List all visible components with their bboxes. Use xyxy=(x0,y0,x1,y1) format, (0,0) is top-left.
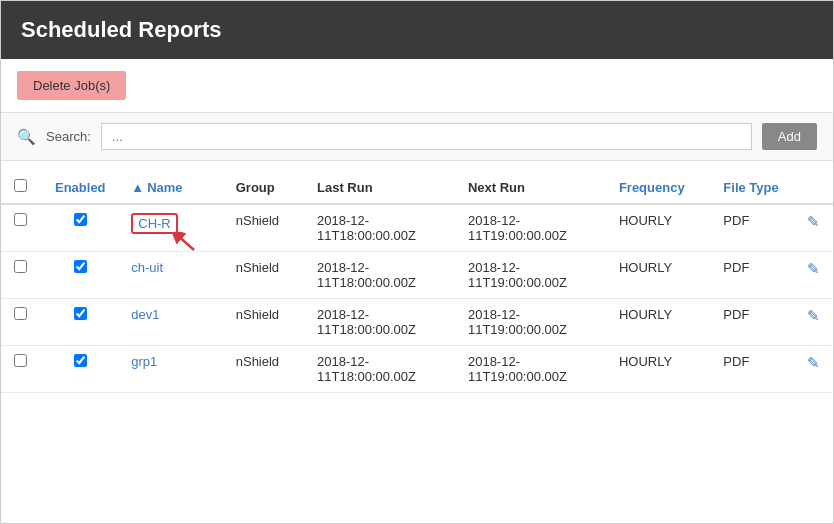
row-edit[interactable]: ✎ xyxy=(795,346,833,393)
row-group: nShield xyxy=(226,299,307,346)
enabled-checkbox[interactable] xyxy=(74,213,87,226)
table-header-row: Enabled ▲Name Group Last Run Next Run Fr… xyxy=(1,171,833,204)
enabled-checkbox[interactable] xyxy=(74,307,87,320)
row-enabled xyxy=(39,204,121,252)
table-container: Enabled ▲Name Group Last Run Next Run Fr… xyxy=(1,161,833,393)
edit-icon[interactable]: ✎ xyxy=(807,354,820,371)
row-file-type: PDF xyxy=(713,252,794,299)
row-frequency: HOURLY xyxy=(609,346,713,393)
edit-icon[interactable]: ✎ xyxy=(807,213,820,230)
row-next-run: 2018-12-11T19:00:00.00Z xyxy=(458,346,609,393)
header-next-run: Next Run xyxy=(458,171,609,204)
table-row: CH-RnShield2018-12-11T18:00:00.00Z2018-1… xyxy=(1,204,833,252)
table-body: CH-RnShield2018-12-11T18:00:00.00Z2018-1… xyxy=(1,204,833,393)
highlight-arrow-icon xyxy=(172,232,196,252)
row-file-type: PDF xyxy=(713,346,794,393)
row-group: nShield xyxy=(226,204,307,252)
table-row: ch-uitnShield2018-12-11T18:00:00.00Z2018… xyxy=(1,252,833,299)
row-frequency: HOURLY xyxy=(609,252,713,299)
edit-icon[interactable]: ✎ xyxy=(807,307,820,324)
header-checkbox-col xyxy=(1,171,39,204)
row-edit[interactable]: ✎ xyxy=(795,299,833,346)
row-last-run: 2018-12-11T18:00:00.00Z xyxy=(307,346,458,393)
header-last-run: Last Run xyxy=(307,171,458,204)
row-group: nShield xyxy=(226,252,307,299)
search-label: Search: xyxy=(46,129,91,144)
row-name: CH-R xyxy=(121,204,225,252)
enabled-checkbox[interactable] xyxy=(74,354,87,367)
row-name: grp1 xyxy=(121,346,225,393)
name-link[interactable]: grp1 xyxy=(131,354,157,369)
svg-line-0 xyxy=(176,234,194,250)
row-frequency: HOURLY xyxy=(609,204,713,252)
add-button[interactable]: Add xyxy=(762,123,817,150)
row-next-run: 2018-12-11T19:00:00.00Z xyxy=(458,204,609,252)
header: Scheduled Reports xyxy=(1,1,833,59)
row-enabled xyxy=(39,346,121,393)
search-input[interactable] xyxy=(101,123,752,150)
row-edit[interactable]: ✎ xyxy=(795,252,833,299)
table-row: dev1nShield2018-12-11T18:00:00.00Z2018-1… xyxy=(1,299,833,346)
header-name[interactable]: ▲Name xyxy=(121,171,225,204)
page-title: Scheduled Reports xyxy=(21,17,221,42)
row-enabled xyxy=(39,252,121,299)
header-enabled: Enabled xyxy=(39,171,121,204)
row-name: ch-uit xyxy=(121,252,225,299)
row-next-run: 2018-12-11T19:00:00.00Z xyxy=(458,252,609,299)
row-checkbox[interactable] xyxy=(14,213,27,226)
row-enabled xyxy=(39,299,121,346)
row-checkbox[interactable] xyxy=(14,307,27,320)
row-last-run: 2018-12-11T18:00:00.00Z xyxy=(307,299,458,346)
select-all-checkbox[interactable] xyxy=(14,179,27,192)
page-wrapper: Scheduled Reports Delete Job(s) 🔍 Search… xyxy=(0,0,834,524)
reports-table: Enabled ▲Name Group Last Run Next Run Fr… xyxy=(1,171,833,393)
edit-icon[interactable]: ✎ xyxy=(807,260,820,277)
row-file-type: PDF xyxy=(713,204,794,252)
header-file-type: File Type xyxy=(713,171,794,204)
delete-jobs-button[interactable]: Delete Job(s) xyxy=(17,71,126,100)
row-last-run: 2018-12-11T18:00:00.00Z xyxy=(307,204,458,252)
row-checkbox[interactable] xyxy=(14,260,27,273)
header-frequency: Frequency xyxy=(609,171,713,204)
name-link[interactable]: ch-uit xyxy=(131,260,163,275)
row-name: dev1 xyxy=(121,299,225,346)
enabled-checkbox[interactable] xyxy=(74,260,87,273)
row-checkbox[interactable] xyxy=(14,354,27,367)
search-bar: 🔍 Search: Add xyxy=(1,113,833,161)
header-group: Group xyxy=(226,171,307,204)
toolbar: Delete Job(s) xyxy=(1,59,833,113)
row-group: nShield xyxy=(226,346,307,393)
row-file-type: PDF xyxy=(713,299,794,346)
table-row: grp1nShield2018-12-11T18:00:00.00Z2018-1… xyxy=(1,346,833,393)
sort-arrow-icon: ▲ xyxy=(131,180,144,195)
name-link[interactable]: dev1 xyxy=(131,307,159,322)
row-next-run: 2018-12-11T19:00:00.00Z xyxy=(458,299,609,346)
name-link[interactable]: CH-R xyxy=(138,216,171,231)
row-frequency: HOURLY xyxy=(609,299,713,346)
row-last-run: 2018-12-11T18:00:00.00Z xyxy=(307,252,458,299)
search-icon: 🔍 xyxy=(17,128,36,146)
header-edit xyxy=(795,171,833,204)
row-edit[interactable]: ✎ xyxy=(795,204,833,252)
